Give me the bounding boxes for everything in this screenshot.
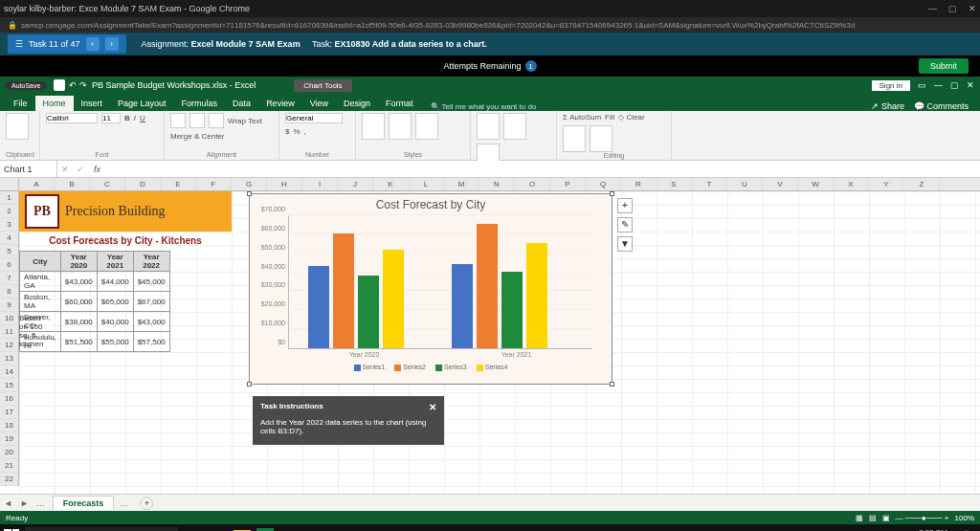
row-header[interactable]: 19 — [0, 432, 19, 446]
chart-bar[interactable] — [308, 266, 329, 348]
resize-handle-nw[interactable] — [247, 191, 252, 196]
task-next-button[interactable]: › — [105, 37, 119, 51]
column-header[interactable]: W — [798, 178, 834, 190]
row-header[interactable]: 10 — [0, 312, 19, 325]
format-as-table-button[interactable] — [389, 113, 412, 140]
sheet-nav-more[interactable]: … — [33, 498, 49, 508]
column-header[interactable]: L — [409, 178, 444, 190]
align-center-button[interactable] — [189, 113, 205, 128]
excel-min-icon[interactable]: — — [934, 80, 943, 90]
row-header[interactable]: 9 — [0, 299, 19, 312]
chart-bar[interactable] — [333, 233, 354, 348]
column-header[interactable]: U — [727, 178, 763, 190]
chart-filters-button[interactable]: ▼ — [617, 236, 633, 252]
task-prev-button[interactable]: ‹ — [86, 37, 100, 51]
row-header[interactable]: 15 — [0, 379, 19, 392]
share-button[interactable]: ↗ Share — [871, 101, 904, 111]
clear-button[interactable]: ◇ Clear — [618, 113, 644, 122]
row-header[interactable]: 16 — [0, 392, 19, 406]
tell-me-search[interactable]: 🔍 Tell me what you want to do — [431, 102, 537, 111]
column-header[interactable]: F — [196, 178, 232, 190]
comments-button[interactable]: 💬 Comments — [914, 101, 969, 111]
excel-max-icon[interactable]: ▢ — [950, 80, 959, 90]
task-view-icon[interactable]: ⧉ — [184, 527, 203, 532]
chart-bar[interactable] — [526, 243, 547, 348]
row-header[interactable]: 14 — [0, 365, 19, 379]
chart-bar[interactable] — [501, 272, 523, 348]
column-header[interactable]: V — [763, 178, 798, 190]
font-name-input[interactable] — [46, 113, 98, 123]
sort-filter-button[interactable] — [563, 125, 586, 152]
row-header[interactable]: 6 — [0, 258, 19, 272]
fill-button[interactable]: Fill — [605, 113, 614, 122]
column-header[interactable]: Y — [869, 178, 904, 190]
taskbar-search[interactable]: ◯ Type here to search 🎙 — [25, 527, 178, 532]
window-minimize-icon[interactable]: — — [928, 4, 937, 13]
excel-close-icon[interactable]: ✕ — [967, 80, 974, 90]
system-clock[interactable]: 7:53 PM 3/25/2020 — [913, 528, 951, 532]
redo-icon[interactable]: ↷ — [79, 80, 87, 90]
autosave-toggle[interactable]: AutoSave — [6, 81, 46, 90]
resize-handle-sw[interactable] — [247, 382, 252, 387]
row-header[interactable]: 1 — [0, 191, 19, 205]
notifications-icon[interactable]: 💬 — [957, 527, 976, 532]
window-maximize-icon[interactable]: ▢ — [948, 4, 957, 13]
fx-icon[interactable]: fx — [88, 165, 106, 174]
tab-formulas[interactable]: Formulas — [174, 96, 226, 111]
row-header[interactable]: 17 — [0, 406, 19, 419]
align-right-button[interactable] — [209, 113, 224, 128]
percent-button[interactable]: % — [293, 127, 300, 136]
ribbon-min-icon[interactable]: ▭ — [918, 80, 926, 90]
column-header[interactable]: O — [515, 178, 550, 190]
column-header[interactable]: X — [834, 178, 869, 190]
column-header[interactable]: C — [90, 178, 125, 190]
tab-design[interactable]: Design — [336, 96, 378, 111]
row-header[interactable]: 8 — [0, 285, 19, 299]
add-sheet-button[interactable]: + — [140, 497, 153, 510]
sheet-nav-prev[interactable]: ◄ — [0, 498, 16, 508]
formula-input[interactable] — [106, 161, 980, 177]
tab-insert[interactable]: Insert — [74, 96, 111, 111]
sheet-nav-next[interactable]: ► — [16, 498, 33, 508]
italic-button[interactable]: I — [134, 114, 136, 122]
bold-button[interactable]: B — [124, 114, 130, 122]
chart-bar[interactable] — [383, 250, 404, 348]
autosum-button[interactable]: Σ AutoSum — [563, 113, 601, 122]
row-header[interactable]: 20 — [0, 446, 19, 459]
column-header[interactable]: T — [692, 178, 727, 190]
column-header[interactable]: Q — [586, 178, 621, 190]
tab-file[interactable]: File — [6, 96, 35, 111]
column-header[interactable]: G — [232, 178, 267, 190]
edge-icon[interactable]: e — [209, 527, 228, 532]
column-header[interactable]: S — [657, 178, 692, 190]
th-city[interactable]: City — [20, 252, 61, 272]
row-header[interactable]: 3 — [0, 218, 19, 232]
chart-legend[interactable]: Series1 Series2 Series3 Series4 — [250, 364, 612, 371]
insert-cells-button[interactable] — [477, 113, 500, 140]
tab-format[interactable]: Format — [378, 96, 421, 111]
column-header[interactable]: H — [267, 178, 302, 190]
excel-taskbar-icon[interactable]: X — [256, 528, 274, 532]
menu-icon[interactable]: ☰ — [15, 39, 23, 49]
tab-home[interactable]: Home — [35, 96, 74, 111]
row-header[interactable]: 5 — [0, 245, 19, 258]
column-header[interactable]: R — [621, 178, 657, 190]
paste-button[interactable] — [6, 113, 29, 140]
task-instructions-close-icon[interactable]: ✕ — [429, 402, 436, 412]
find-select-button[interactable] — [590, 125, 612, 152]
row-header[interactable]: 11 — [0, 325, 19, 339]
cell-styles-button[interactable] — [415, 113, 438, 140]
worksheet-grid[interactable]: ABCDEFGHIJKLMNOPQRSTUVWXYZ 1234567891011… — [0, 178, 980, 494]
align-left-button[interactable] — [170, 113, 186, 128]
sheet-tab-more[interactable]: … — [114, 498, 134, 508]
view-layout-icon[interactable]: ▤ — [869, 514, 877, 522]
chart-bar[interactable] — [358, 276, 379, 348]
row-header[interactable]: 7 — [0, 272, 19, 285]
zoom-level[interactable]: 100% — [955, 514, 974, 522]
row-header[interactable]: 2 — [0, 205, 19, 218]
column-header[interactable]: B — [55, 178, 90, 190]
currency-button[interactable]: $ — [285, 127, 289, 136]
select-all-cell[interactable] — [0, 178, 19, 190]
column-header[interactable]: Z — [904, 178, 940, 190]
column-header[interactable]: D — [125, 178, 161, 190]
